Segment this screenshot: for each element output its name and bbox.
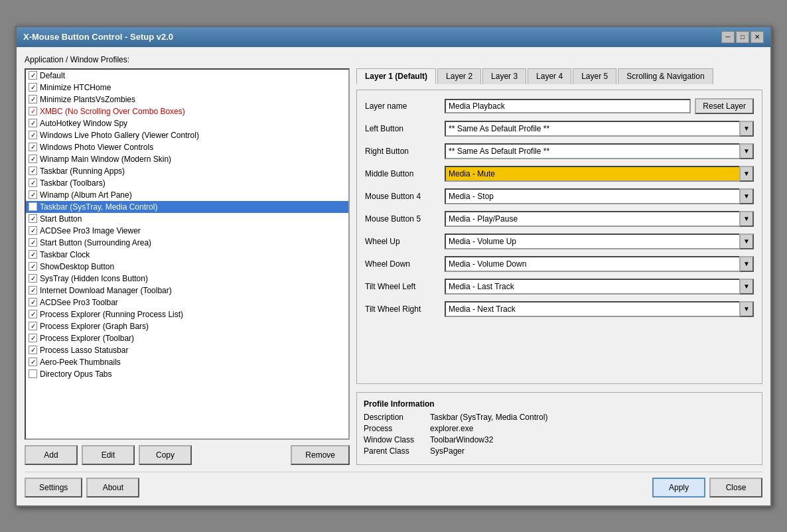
tab-layer5[interactable]: Layer 5 (573, 68, 616, 84)
list-item[interactable]: ✓Taskbar (SysTray, Media Control) (26, 201, 348, 213)
middle-button-select[interactable]: Media - Mute (445, 166, 754, 182)
wheel-up-select[interactable]: Media - Volume Up (445, 233, 754, 249)
profile-checkbox[interactable]: ✓ (29, 95, 37, 103)
profile-checkbox[interactable]: ✓ (29, 190, 37, 199)
mouse-button5-select[interactable]: Media - Play/Pause (445, 211, 754, 227)
list-item[interactable]: ✓Minimize HTCHome (26, 82, 348, 94)
info-window-class-row: Window Class ToolbarWindow32 (364, 435, 755, 444)
main-window: X-Mouse Button Control - Setup v2.0 ─ □ … (15, 26, 772, 507)
tabs-container: Layer 1 (Default)Layer 2Layer 3Layer 4La… (356, 68, 762, 84)
about-button[interactable]: About (86, 478, 139, 498)
right-button-select[interactable]: ** Same As Default Profile ** (445, 143, 754, 159)
profile-checkbox[interactable]: ✓ (29, 274, 37, 283)
profile-label: Process Explorer (Running Process List) (40, 310, 183, 319)
profile-label: ACDSee Pro3 Image Viewer (40, 226, 141, 235)
profile-checkbox[interactable]: ✓ (29, 262, 37, 271)
profile-checkbox[interactable]: ✓ (29, 250, 37, 259)
apply-button[interactable]: Apply (652, 478, 705, 498)
profile-checkbox[interactable]: ✓ (29, 334, 37, 342)
list-item[interactable]: ✓ShowDesktop Button (26, 261, 348, 273)
profile-checkbox[interactable]: ✓ (29, 214, 37, 223)
remove-button[interactable]: Remove (291, 445, 350, 465)
copy-button[interactable]: Copy (139, 445, 192, 465)
tab-layer1[interactable]: Layer 1 (Default) (356, 68, 436, 84)
profile-checkbox[interactable]: ✓ (29, 71, 37, 80)
list-item[interactable]: ✓Default (26, 70, 348, 82)
reset-layer-button[interactable]: Reset Layer (695, 98, 754, 114)
list-item[interactable]: ✓Windows Live Photo Gallery (Viewer Cont… (26, 129, 348, 141)
profile-checkbox[interactable]: ✓ (29, 226, 37, 235)
profile-label: Taskbar (SysTray, Media Control) (40, 202, 157, 212)
list-item[interactable]: ✓ACDSee Pro3 Toolbar (26, 297, 348, 308)
info-parent-class-key: Parent Class (364, 446, 430, 456)
list-item[interactable]: ✓SysTray (Hidden Icons Button) (26, 273, 348, 285)
tilt-right-dropdown-wrapper: Media - Next Track ▼ (445, 301, 754, 317)
list-item[interactable]: ✓Winamp Main Window (Modern Skin) (26, 153, 348, 165)
profile-checkbox[interactable]: ✓ (29, 83, 37, 92)
profile-checkbox[interactable]: ✓ (29, 143, 37, 151)
list-item[interactable]: ✓Aero-Peek Thumbnails (26, 356, 348, 368)
close-window-button[interactable]: ✕ (751, 31, 764, 43)
profile-checkbox[interactable]: ✓ (29, 155, 37, 163)
list-item[interactable]: ✓AutoHotkey Window Spy (26, 117, 348, 129)
left-button-select[interactable]: ** Same As Default Profile ** (445, 121, 754, 137)
info-description-value: Taskbar (SysTray, Media Control) (430, 413, 547, 422)
right-button-row: Right Button ** Same As Default Profile … (365, 143, 754, 159)
profile-checkbox[interactable]: ✓ (29, 119, 37, 127)
tab-layer3[interactable]: Layer 3 (482, 68, 526, 84)
profile-checkbox[interactable]: ✓ (29, 322, 37, 330)
list-item[interactable]: ✓Taskbar Clock (26, 249, 348, 261)
profile-checkbox[interactable]: ✓ (29, 286, 37, 295)
tilt-right-select[interactable]: Media - Next Track (445, 301, 754, 317)
tab-layer4[interactable]: Layer 4 (528, 68, 571, 84)
list-item[interactable]: ✓Process Lasso Statusbar (26, 344, 348, 356)
profile-checkbox[interactable]: ✓ (29, 178, 37, 187)
profile-checkbox[interactable]: ✓ (29, 131, 37, 139)
list-item[interactable]: ✓ACDSee Pro3 Image Viewer (26, 225, 348, 237)
list-item[interactable]: ✓Minimize PlantsVsZombies (26, 94, 348, 105)
profile-checkbox[interactable] (29, 369, 37, 378)
list-item[interactable]: ✓Process Explorer (Toolbar) (26, 332, 348, 344)
list-item[interactable]: ✓Winamp (Album Art Pane) (26, 189, 348, 201)
right-panel: Layer 1 (Default)Layer 2Layer 3Layer 4La… (356, 68, 762, 465)
add-button[interactable]: Add (25, 445, 78, 465)
profile-label: Taskbar (Toolbars) (40, 178, 106, 188)
settings-button[interactable]: Settings (25, 478, 82, 498)
list-item[interactable]: ✓Internet Download Manager (Toolbar) (26, 285, 348, 297)
middle-button-row: Middle Button Media - Mute ▼ (365, 166, 754, 182)
wheel-down-select[interactable]: Media - Volume Down (445, 256, 754, 272)
profile-checkbox[interactable]: ✓ (29, 107, 37, 115)
list-item[interactable]: ✓Taskbar (Toolbars) (26, 177, 348, 189)
profile-checkbox[interactable]: ✓ (29, 298, 37, 306)
list-item[interactable]: ✓Process Explorer (Graph Bars) (26, 320, 348, 332)
mouse-button5-row: Mouse Button 5 Media - Play/Pause ▼ (365, 211, 754, 227)
profile-checkbox[interactable]: ✓ (29, 346, 37, 354)
mouse-button4-row: Mouse Button 4 Media - Stop ▼ (365, 188, 754, 204)
profile-checkbox[interactable]: ✓ (29, 238, 37, 247)
profile-checkbox[interactable]: ✓ (29, 358, 37, 366)
list-item[interactable]: ✓XMBC (No Scrolling Over Combo Boxes) (26, 105, 348, 117)
profile-label: XMBC (No Scrolling Over Combo Boxes) (40, 107, 185, 116)
tilt-left-select[interactable]: Media - Last Track (445, 279, 754, 295)
list-item[interactable]: ✓Process Explorer (Running Process List) (26, 308, 348, 320)
list-item[interactable]: ✓Start Button (Surrounding Area) (26, 237, 348, 249)
list-item[interactable]: ✓Start Button (26, 213, 348, 225)
profile-checkbox[interactable]: ✓ (29, 166, 37, 175)
profile-label: Process Explorer (Graph Bars) (40, 322, 149, 331)
edit-button[interactable]: Edit (82, 445, 135, 465)
bottom-bar: Settings About Apply Close (25, 472, 762, 498)
profile-list[interactable]: ✓Default✓Minimize HTCHome✓Minimize Plant… (25, 68, 350, 440)
profile-checkbox[interactable]: ✓ (29, 202, 37, 211)
title-bar-buttons: ─ □ ✕ (721, 31, 764, 43)
tab-scrolling[interactable]: Scrolling & Navigation (618, 68, 713, 84)
mouse-button4-select[interactable]: Media - Stop (445, 188, 754, 204)
list-item[interactable]: Directory Opus Tabs (26, 368, 348, 380)
profile-checkbox[interactable]: ✓ (29, 310, 37, 318)
tab-layer2[interactable]: Layer 2 (437, 68, 481, 84)
minimize-button[interactable]: ─ (721, 31, 735, 43)
list-item[interactable]: ✓Windows Photo Viewer Controls (26, 141, 348, 153)
layer-name-input[interactable] (445, 99, 691, 113)
list-item[interactable]: ✓Taskbar (Running Apps) (26, 165, 348, 177)
close-button[interactable]: Close (709, 478, 762, 498)
maximize-button[interactable]: □ (736, 31, 749, 43)
